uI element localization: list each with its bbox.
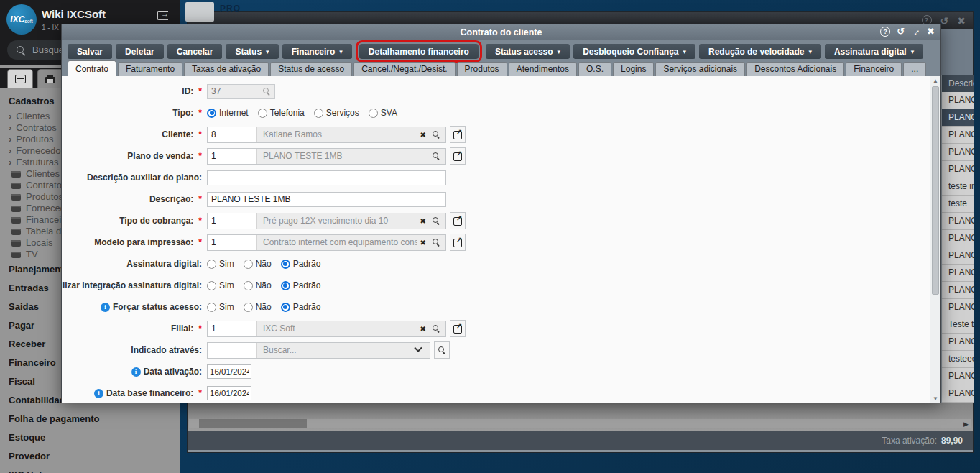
grid-row[interactable]: PLANO — [942, 161, 974, 178]
scroll-right-arrow-icon[interactable]: ▶ — [963, 421, 969, 428]
modal-tab[interactable]: Descontos Adicionais — [746, 62, 844, 76]
toolbar-button[interactable]: Desbloqueio Confiança — [573, 44, 695, 59]
integracao-radio[interactable]: Padrão — [281, 280, 321, 290]
history-icon[interactable]: ↺ — [940, 15, 949, 27]
plano-venda-code-input[interactable] — [208, 149, 257, 164]
toolbar-button[interactable]: Financeiro — [282, 44, 352, 59]
grid-row[interactable]: PLANO — [942, 92, 974, 109]
search-icon[interactable] — [432, 238, 440, 247]
search-icon[interactable] — [432, 130, 440, 139]
search-icon[interactable] — [432, 216, 440, 225]
grid-row[interactable]: PLANO — [942, 247, 974, 265]
toolbar-button[interactable]: Deletar — [116, 44, 164, 59]
tipo-cobranca-code-input[interactable] — [208, 213, 257, 229]
scroll-up-arrow-icon[interactable]: ▲ — [933, 78, 938, 84]
sidebar-tab-print[interactable] — [37, 69, 63, 88]
grid-row[interactable]: PLANO — [942, 334, 974, 351]
data-ativacao-input[interactable] — [207, 364, 251, 379]
info-icon — [94, 389, 103, 398]
integracao-radio[interactable]: Sim — [207, 280, 234, 290]
tipo-radio[interactable]: Serviços — [314, 108, 359, 118]
modal-tab[interactable]: Logins — [613, 62, 654, 76]
filial-code-input[interactable] — [208, 321, 257, 336]
tipo-radio[interactable]: SVA — [369, 108, 397, 118]
grid-row[interactable]: PLANO — [942, 144, 974, 161]
history-icon[interactable]: ↺ — [897, 27, 905, 37]
descricao-input[interactable] — [207, 192, 446, 207]
modal-tab[interactable]: Contrato — [68, 60, 116, 76]
clear-icon[interactable] — [420, 217, 426, 225]
data-base-input[interactable] — [207, 386, 251, 400]
horizontal-scrollbar-thumb[interactable] — [199, 419, 307, 428]
open-cobranca-button[interactable] — [450, 212, 466, 229]
grid-row[interactable]: PLANO — [942, 299, 974, 316]
tipo-radio[interactable]: Internet — [207, 108, 249, 118]
assinatura-radio[interactable]: Sim — [207, 259, 234, 269]
modal-tab[interactable]: Produtos — [457, 62, 507, 76]
toolbar-button[interactable]: Detalhamento financeiro — [359, 44, 479, 59]
clear-icon[interactable] — [420, 131, 426, 139]
grid-row[interactable]: PLANO — [942, 368, 974, 385]
sidebar-tab-menu[interactable] — [7, 69, 33, 88]
grid-row[interactable]: PLANO — [942, 230, 974, 247]
search-icon[interactable] — [432, 324, 440, 333]
search-icon[interactable] — [432, 152, 440, 160]
modal-tab[interactable]: Cancel./Negat./Desist. — [353, 62, 455, 76]
clear-icon[interactable] — [420, 325, 426, 333]
grid-row[interactable]: PLANO — [942, 385, 974, 403]
sidebar-menu-item[interactable]: Estoque — [9, 428, 180, 447]
modal-tab[interactable]: Financeiro — [846, 62, 902, 76]
modal-tab[interactable]: Atendimentos — [509, 62, 577, 76]
toolbar-button[interactable]: Cancelar — [167, 44, 223, 59]
open-filial-button[interactable] — [450, 320, 466, 337]
assinatura-radio[interactable]: Não — [244, 259, 272, 269]
indicado-code-input[interactable] — [208, 343, 257, 358]
grid-row[interactable]: PLANO — [942, 265, 974, 282]
modal-tab[interactable]: Taxas de ativação — [184, 62, 269, 76]
clear-icon[interactable] — [420, 239, 426, 247]
modal-tab[interactable]: O.S. — [578, 62, 611, 76]
logout-icon[interactable] — [157, 11, 168, 20]
descricao-aux-input[interactable] — [207, 170, 446, 185]
toolbar-button[interactable]: Assinatura digital — [825, 44, 923, 59]
scroll-down-arrow-icon[interactable]: ▼ — [933, 395, 938, 402]
modal-tab[interactable]: Faturamento — [118, 62, 182, 76]
close-icon[interactable]: ✖ — [927, 27, 935, 37]
help-icon[interactable]: ? — [880, 27, 890, 37]
vertical-scrollbar-thumb[interactable] — [932, 86, 939, 295]
forcar-status-radio[interactable]: Sim — [207, 302, 234, 312]
toolbar-button[interactable]: Status acesso — [486, 44, 570, 59]
forcar-status-radio[interactable]: Padrão — [281, 302, 321, 312]
forcar-status-radio[interactable]: Não — [244, 302, 272, 312]
close-icon[interactable]: ✖ — [957, 15, 966, 27]
cliente-code-input[interactable] — [208, 127, 257, 142]
grid-row[interactable]: teste — [942, 196, 974, 213]
toolbar-button[interactable]: Salvar — [68, 44, 112, 59]
sidebar-menu-item[interactable]: Provedor — [9, 447, 180, 466]
tipo-radio[interactable]: Telefonia — [258, 108, 305, 118]
indicado-search-button[interactable] — [434, 341, 450, 359]
assinatura-radio[interactable]: Padrão — [281, 259, 321, 269]
grid-row[interactable]: PLANO — [942, 282, 974, 299]
grid-row[interactable]: PLANO — [942, 109, 974, 127]
sidebar-menu-item[interactable]: IXC Hub — [9, 466, 180, 473]
grid-row[interactable]: teste in — [942, 178, 974, 196]
grid-row[interactable]: testeee — [942, 351, 974, 368]
modal-tab[interactable]: Serviços adicionais — [655, 62, 745, 76]
toolbar-button[interactable]: Redução de velocidade — [699, 44, 821, 59]
modal-vertical-scrollbar[interactable]: ▲ ▼ — [930, 76, 940, 403]
toolbar-button[interactable]: Status — [226, 44, 278, 59]
grid-row[interactable]: PLANO — [942, 213, 974, 230]
grid-row[interactable]: PLANO — [942, 127, 974, 144]
sidebar-menu-item[interactable]: Folha de pagamento — [9, 410, 180, 428]
open-modelo-button[interactable] — [450, 234, 466, 251]
open-plano-button[interactable] — [450, 147, 466, 165]
modal-tab[interactable]: Status de acesso — [270, 62, 352, 76]
grid-row[interactable]: Teste ti — [942, 316, 974, 334]
modal-tab[interactable]: ... — [903, 62, 926, 76]
modelo-code-input[interactable] — [208, 235, 257, 250]
integracao-radio[interactable]: Não — [244, 280, 272, 290]
expand-icon[interactable]: ↔ — [909, 24, 923, 38]
chevron-down-icon[interactable] — [414, 344, 422, 352]
open-cliente-button[interactable] — [450, 126, 466, 143]
